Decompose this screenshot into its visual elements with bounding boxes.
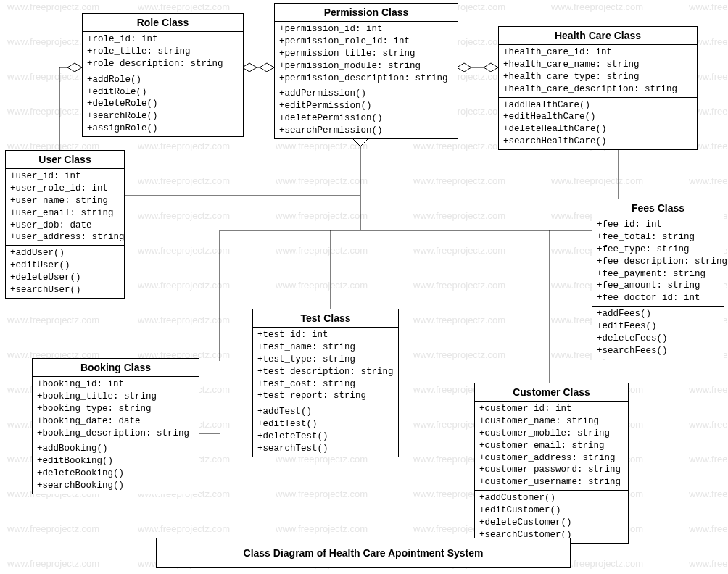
attrs: +permission_id: int +permission_role_id:… xyxy=(275,22,458,86)
attrs: +test_id: int +test_name: string +test_t… xyxy=(253,328,398,404)
attrs: +health_care_id: int +health_care_name: … xyxy=(499,45,697,98)
svg-marker-1 xyxy=(242,63,257,72)
attrs: +fee_id: int +fee_total: string +fee_typ… xyxy=(592,217,724,307)
class-customer: Customer Class +customer_id: int +custom… xyxy=(474,383,629,544)
ops: +addBooking() +editBooking() +deleteBook… xyxy=(33,441,199,494)
ops: +addHealthCare() +editHealthCare() +dele… xyxy=(499,98,697,150)
svg-marker-8 xyxy=(67,63,82,72)
class-title: Fees Class xyxy=(592,199,724,217)
class-title: User Class xyxy=(6,151,124,169)
ops: +addTest() +editTest() +deleteTest() +se… xyxy=(253,404,398,457)
svg-marker-2 xyxy=(260,63,274,72)
attrs: +booking_id: int +booking_title: string … xyxy=(33,377,199,441)
ops: +addUser() +editUser() +deleteUser() +se… xyxy=(6,246,124,298)
ops: +addPermission() +editPermission() +dele… xyxy=(275,86,458,138)
ops: +addCustomer() +editCustomer() +deleteCu… xyxy=(475,491,628,543)
diagram-caption: Class Diagram of Health Care Apointment … xyxy=(156,538,571,568)
class-title: Customer Class xyxy=(475,383,628,402)
attrs: +role_id: int +role_title: string +role_… xyxy=(83,32,243,72)
class-booking: Booking Class +booking_id: int +booking_… xyxy=(32,358,199,494)
attrs: +customer_id: int +customer_name: string… xyxy=(475,402,628,491)
class-permission: Permission Class +permission_id: int +pe… xyxy=(274,3,458,139)
class-title: Health Care Class xyxy=(499,27,697,45)
attrs: +user_id: int +user_role_id: int +user_n… xyxy=(6,169,124,246)
svg-marker-4 xyxy=(457,63,471,72)
ops: +addRole() +editRole() +deleteRole() +se… xyxy=(83,72,243,136)
class-role: Role Class +role_id: int +role_title: st… xyxy=(82,13,244,137)
class-fees: Fees Class +fee_id: int +fee_total: stri… xyxy=(592,199,724,359)
class-title: Role Class xyxy=(83,14,243,32)
svg-marker-5 xyxy=(484,63,498,72)
class-user: User Class +user_id: int +user_role_id: … xyxy=(5,150,125,299)
class-title: Booking Class xyxy=(33,359,199,377)
ops: +addFees() +editFees() +deleteFees() +se… xyxy=(592,307,724,359)
class-title: Test Class xyxy=(253,309,398,328)
class-title: Permission Class xyxy=(275,4,458,22)
class-test: Test Class +test_id: int +test_name: str… xyxy=(252,309,399,457)
class-healthcare: Health Care Class +health_care_id: int +… xyxy=(498,26,698,150)
